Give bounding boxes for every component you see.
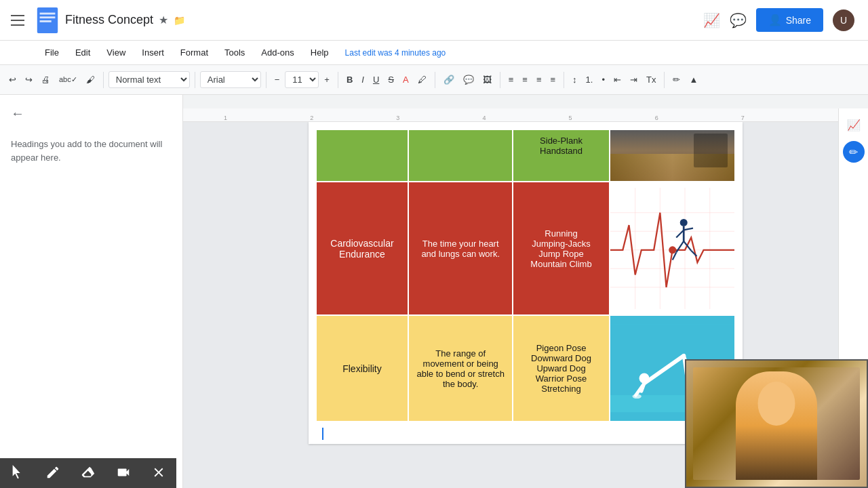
menu-edit[interactable]: Edit	[68, 45, 97, 60]
table-row-flexibility: Flexibility The range of movement or bei…	[316, 315, 735, 422]
trend-icon[interactable]: 📈	[703, 12, 720, 28]
font-size-decrease[interactable]: −	[271, 72, 283, 87]
exercises-flexibility-text: Pigeon PoseDownward DogUpward DogWarrior…	[519, 343, 603, 394]
menu-addons[interactable]: Add-ons	[254, 45, 300, 60]
text-color-button[interactable]: A	[399, 72, 412, 87]
align-right[interactable]: ≡	[533, 72, 545, 87]
star-icon[interactable]: ★	[159, 14, 168, 26]
toolbar-sep-7	[564, 72, 564, 88]
cursor-tool-button[interactable]	[6, 461, 29, 486]
doc-page: Side-PlankHandstand CardiovascularEndura…	[309, 122, 743, 444]
toolbar-sep-2	[195, 72, 195, 88]
highlight-button[interactable]: 🖊	[414, 72, 430, 87]
svg-point-14	[679, 219, 687, 226]
toolbar-sep-5	[435, 72, 435, 88]
align-left[interactable]: ≡	[505, 72, 517, 87]
exercises-green-text: Side-PlankHandstand	[519, 136, 603, 156]
text-style-select[interactable]: Normal text	[108, 71, 190, 88]
cell-type-flexibility: Flexibility	[316, 315, 408, 422]
font-select[interactable]: Arial	[200, 71, 261, 88]
type-flexibility-text: Flexibility	[322, 363, 402, 374]
undo-button[interactable]: ↩	[5, 72, 20, 87]
cell-type-green	[316, 129, 408, 182]
comment-icon[interactable]: 💬	[730, 12, 747, 28]
menu-file[interactable]: File	[38, 45, 66, 60]
print-button[interactable]: 🖨	[38, 72, 54, 87]
cell-def-flexibility: The range of movement or being able to b…	[408, 315, 513, 422]
toolbar: ↩ ↪ 🖨 abc✓ 🖌 Normal text Arial − 11 + B …	[0, 65, 868, 95]
last-edit-status[interactable]: Last edit was 4 minutes ago	[345, 48, 446, 58]
def-flexibility-text: The range of movement or being able to b…	[414, 348, 507, 389]
collapse-toolbar[interactable]: ▲	[686, 72, 701, 87]
menu-format[interactable]: Format	[174, 45, 215, 60]
type-cardio-text: CardiovascularEndurance	[322, 238, 402, 260]
strikethrough-button[interactable]: S	[384, 72, 397, 87]
outline-text: Headings you add to the document will ap…	[11, 138, 172, 164]
increase-indent[interactable]: ⇥	[627, 72, 641, 87]
italic-button[interactable]: I	[358, 72, 368, 87]
right-sidebar: 📈 ✏	[838, 108, 868, 380]
table-row: Side-PlankHandstand	[316, 129, 735, 182]
svg-rect-3	[40, 20, 52, 22]
menu-tools[interactable]: Tools	[218, 45, 252, 60]
svg-point-13	[669, 246, 676, 253]
cell-img-cardio	[610, 182, 735, 315]
doc-title[interactable]: Fitness Concept	[65, 13, 153, 27]
cell-def-green	[408, 129, 513, 182]
spellcheck-button[interactable]: abc✓	[56, 73, 81, 87]
edit-mode[interactable]: ✏	[669, 72, 684, 87]
svg-rect-1	[40, 12, 56, 14]
ruler: 1 2 3 4 5 6 7	[183, 108, 868, 122]
fitness-table: Side-PlankHandstand CardiovascularEndura…	[315, 129, 736, 422]
clear-format[interactable]: Tx	[643, 72, 659, 87]
top-bar: Fitness Concept ★ 📁 📈 💬 👤 Share U	[0, 0, 868, 41]
svg-rect-2	[40, 16, 56, 18]
decrease-indent[interactable]: ⇤	[610, 72, 625, 87]
redo-button[interactable]: ↪	[22, 72, 36, 87]
line-spacing[interactable]: ↕	[569, 72, 580, 87]
menu-view[interactable]: View	[100, 45, 132, 60]
svg-point-30	[632, 394, 641, 399]
bold-button[interactable]: B	[343, 72, 356, 87]
pencil-tool-button[interactable]	[41, 461, 64, 486]
back-arrow[interactable]: ←	[11, 106, 24, 121]
video-overlay	[685, 359, 868, 488]
hamburger-menu[interactable]	[7, 8, 31, 33]
bottom-toolbar	[0, 458, 176, 488]
font-size-select[interactable]: 11	[285, 71, 319, 88]
menu-help[interactable]: Help	[304, 45, 336, 60]
toolbar-sep-1	[103, 72, 104, 88]
menu-insert[interactable]: Insert	[135, 45, 171, 60]
close-toolbar-button[interactable]	[147, 461, 170, 486]
toolbar-sep-8	[664, 72, 665, 88]
bullet-list[interactable]: •	[598, 72, 608, 87]
cell-exercises-flexibility: Pigeon PoseDownward DogUpward DogWarrior…	[513, 315, 609, 422]
video-content	[686, 361, 867, 487]
align-center[interactable]: ≡	[519, 72, 531, 87]
toolbar-sep-4	[338, 72, 338, 88]
underline-button[interactable]: U	[370, 72, 382, 87]
right-sidebar-icon-1[interactable]: 📈	[843, 114, 865, 136]
folder-icon[interactable]: 📁	[174, 15, 185, 26]
align-justify[interactable]: ≡	[547, 72, 559, 87]
video-tool-button[interactable]	[112, 461, 135, 486]
share-button[interactable]: 👤 Share	[756, 8, 823, 32]
avatar: U	[833, 9, 854, 31]
link-button[interactable]: 🔗	[440, 72, 458, 87]
cell-exercises-green: Side-PlankHandstand	[513, 129, 609, 182]
comment-button[interactable]: 💬	[460, 72, 477, 87]
paint-format-button[interactable]: 🖌	[83, 72, 98, 87]
table-row-cardio: CardiovascularEndurance The time your he…	[316, 182, 735, 315]
eraser-tool-button[interactable]	[77, 461, 100, 486]
numbered-list[interactable]: 1.	[583, 72, 597, 87]
doc-icon	[37, 7, 58, 33]
cell-exercises-cardio: RunningJumping-JacksJump RopeMountain Cl…	[513, 182, 609, 315]
image-button[interactable]: 🖼	[479, 72, 495, 87]
right-sidebar-icon-2[interactable]: ✏	[843, 141, 865, 163]
font-size-increase[interactable]: +	[321, 72, 333, 87]
title-area: Fitness Concept ★ 📁	[65, 13, 703, 27]
svg-line-18	[676, 241, 684, 253]
toolbar-sep-3	[266, 72, 267, 88]
cell-type-cardio: CardiovascularEndurance	[316, 182, 408, 315]
cell-img-green	[610, 129, 735, 182]
